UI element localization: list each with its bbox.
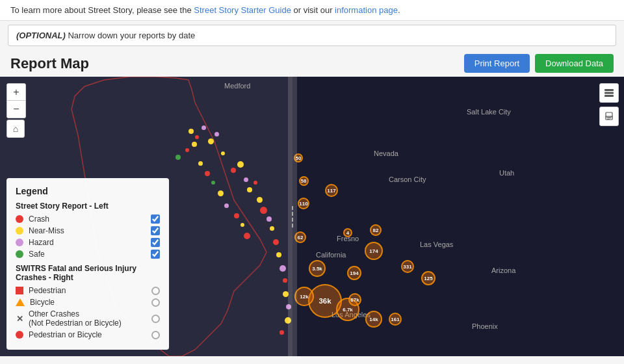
report-header: Report Map Print Report Download Data	[0, 50, 624, 77]
crash-dot-icon	[16, 215, 23, 223]
safe-checkbox[interactable]	[151, 250, 160, 259]
topbar-text1: To learn more about Street Story, please…	[10, 5, 194, 15]
nearmiss-checkbox[interactable]	[151, 226, 160, 235]
info-page-link[interactable]: information page	[335, 5, 398, 15]
print-report-button[interactable]: Print Report	[464, 54, 530, 73]
button-group: Print Report Download Data	[464, 54, 614, 73]
bicycle-label: Bicycle	[30, 298, 146, 307]
svg-rect-2	[604, 92, 614, 94]
legend-item-other-crashes: ✕ Other Crashes(Not Pedestrian or Bicycl…	[16, 309, 160, 328]
other-crashes-radio[interactable]	[151, 315, 160, 323]
hazard-checkbox[interactable]	[151, 238, 160, 247]
svg-rect-1	[604, 89, 614, 91]
nearmiss-dot-icon	[16, 227, 23, 235]
pedestrian-label: Pedestrian	[29, 286, 146, 295]
date-filter-text: Narrow down your reports by date	[68, 31, 195, 40]
download-data-button[interactable]: Download Data	[535, 54, 614, 73]
bicycle-radio[interactable]	[151, 298, 160, 307]
page-title: Report Map	[10, 55, 89, 72]
map-right	[292, 77, 624, 356]
svg-rect-7	[607, 119, 610, 120]
ped-or-bike-icon	[16, 331, 23, 339]
hazard-dot-icon	[16, 239, 23, 246]
home-button[interactable]: ⌂	[6, 120, 25, 138]
starter-guide-link[interactable]: Street Story Starter Guide	[194, 5, 291, 15]
crash-checkbox[interactable]	[151, 214, 160, 224]
legend-item-hazard: Hazard	[16, 238, 160, 247]
topbar-text2: or visit our	[291, 5, 335, 15]
right-controls	[599, 83, 619, 126]
optional-label: (OPTIONAL)	[16, 31, 66, 40]
legend-item-safe: Safe	[16, 250, 160, 259]
top-bar: To learn more about Street Story, please…	[0, 0, 624, 21]
bicycle-icon	[16, 298, 25, 306]
ped-or-bike-label: Pedestrian or Bicycle	[29, 330, 146, 339]
legend-section1-title: Street Story Report - Left	[16, 202, 160, 211]
ped-or-bike-radio[interactable]	[151, 331, 160, 339]
pedestrian-radio[interactable]	[151, 287, 160, 295]
legend-item-bicycle: Bicycle	[16, 298, 160, 307]
legend-item-crash: Crash	[16, 214, 160, 224]
other-crashes-label: Other Crashes(Not Pedestrian or Bicycle)	[29, 309, 146, 328]
layers-button[interactable]	[599, 83, 619, 103]
legend-item-pedestrian: Pedestrian	[16, 286, 160, 295]
other-crashes-icon: ✕	[16, 315, 23, 322]
legend-title: Legend	[16, 186, 160, 196]
map-divider[interactable]	[288, 77, 297, 356]
zoom-out-button[interactable]: −	[7, 101, 25, 118]
date-filter-bar: (OPTIONAL) Narrow down your reports by d…	[8, 25, 616, 46]
legend-item-nearmiss: Near-Miss	[16, 226, 160, 235]
nearmiss-label: Near-Miss	[29, 226, 146, 235]
zoom-controls: + −	[6, 83, 26, 118]
hazard-label: Hazard	[29, 238, 146, 247]
svg-rect-3	[604, 95, 614, 97]
map-container[interactable]: Medford Salt Lake City Nevada Carson Cit…	[0, 77, 624, 356]
divider-handle	[292, 206, 293, 228]
legend-panel: Legend Street Story Report - Left Crash …	[6, 178, 169, 350]
print-map-button[interactable]	[599, 107, 619, 126]
topbar-text3: .	[398, 5, 400, 15]
crash-label: Crash	[29, 214, 146, 224]
svg-rect-6	[607, 118, 611, 118]
pedestrian-icon	[16, 287, 23, 294]
safe-dot-icon	[16, 250, 23, 258]
zoom-in-button[interactable]: +	[7, 84, 25, 101]
legend-section2-title: SWITRS Fatal and Serious Injury Crashes …	[16, 264, 160, 282]
legend-item-ped-or-bike: Pedestrian or Bicycle	[16, 330, 160, 339]
safe-label: Safe	[29, 250, 146, 259]
